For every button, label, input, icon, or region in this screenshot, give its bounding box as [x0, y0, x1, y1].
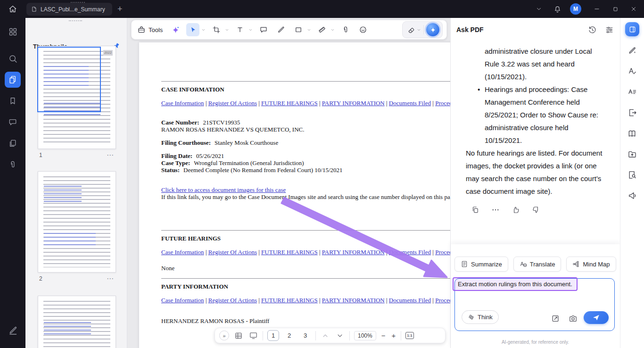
- zoom-in-button[interactable]: +: [390, 331, 396, 340]
- doc-nav-link[interactable]: Case Information: [161, 249, 204, 256]
- signature-button[interactable]: [5, 322, 21, 338]
- crop-tool-button[interactable]: [210, 23, 223, 36]
- compose-icon[interactable]: [551, 314, 560, 323]
- doc-nav-link[interactable]: FUTURE HEARINGS: [261, 297, 318, 304]
- chat-transcript[interactable]: administrative closure under Local Rule …: [466, 45, 607, 214]
- thumbs-down-button[interactable]: [531, 205, 540, 214]
- apps-grid-button[interactable]: [5, 24, 21, 40]
- thumbnail-page-3[interactable]: [38, 296, 116, 348]
- home-button[interactable]: [7, 3, 19, 15]
- pages-button[interactable]: [5, 135, 21, 151]
- text-tool-button[interactable]: [233, 23, 247, 36]
- reader-mode-button[interactable]: [626, 127, 639, 140]
- pdf-page[interactable]: CASE INFORMATION Case Information | Regi…: [139, 42, 450, 348]
- chevron-down-icon[interactable]: [225, 28, 229, 32]
- ai-assistant-panel-button[interactable]: [625, 22, 639, 36]
- sticker-tool-button[interactable]: [356, 23, 370, 36]
- doc-nav-link[interactable]: Proceedings Held: [435, 99, 450, 107]
- chat-input-text[interactable]: Extract motion rulings from this documen…: [458, 281, 572, 288]
- ai-assistant-tool-button[interactable]: [426, 23, 439, 36]
- organize-pages-button[interactable]: [626, 148, 639, 161]
- page-more-button[interactable]: ⋯: [107, 151, 114, 159]
- export-button[interactable]: [626, 106, 639, 119]
- page-button-3[interactable]: 3: [299, 330, 311, 341]
- doc-nav-link[interactable]: Proceedings Held: [435, 297, 450, 304]
- feedback-button[interactable]: [626, 189, 639, 202]
- summarize-chip[interactable]: Summarize: [454, 257, 508, 272]
- next-page-button[interactable]: [335, 331, 345, 341]
- user-avatar[interactable]: M: [570, 3, 581, 15]
- mind-map-chip[interactable]: Mind Map: [566, 257, 616, 272]
- notifications-button[interactable]: [552, 3, 563, 15]
- bookmarks-button[interactable]: [5, 93, 21, 109]
- doc-nav-link[interactable]: PARTY INFORMATION: [322, 249, 385, 256]
- doc-nav-link[interactable]: Proceedings Held: [435, 249, 450, 256]
- doc-nav-link[interactable]: Documents Filed: [389, 99, 431, 107]
- zoom-out-button[interactable]: −: [380, 331, 387, 340]
- viewport-indicator[interactable]: [37, 47, 101, 112]
- chevron-down-icon[interactable]: [248, 28, 253, 32]
- chevron-down-icon[interactable]: [201, 28, 206, 32]
- page-display-button[interactable]: [248, 331, 258, 341]
- thumbnail-page-2[interactable]: [38, 171, 116, 273]
- expand-bar-button[interactable]: »: [219, 331, 229, 340]
- chat-history-button[interactable]: [587, 25, 597, 35]
- document-tab[interactable]: LASC_Publ...e_Summary: [26, 3, 112, 16]
- panel-resize-handle[interactable]: [69, 20, 82, 21]
- thumbnail-page-1[interactable]: 2022: [38, 46, 116, 149]
- zoom-level-select[interactable]: 100%: [354, 331, 376, 340]
- search-document-button[interactable]: [626, 168, 639, 182]
- minimize-button[interactable]: [591, 3, 603, 15]
- tab-drag-handle[interactable]: [71, 2, 85, 3]
- comments-button[interactable]: [5, 114, 21, 130]
- thumbs-up-button[interactable]: [511, 205, 520, 214]
- pen-tool-button[interactable]: [274, 23, 288, 36]
- select-tool-button[interactable]: [186, 23, 199, 36]
- translate-chip[interactable]: Translate: [513, 257, 561, 272]
- measure-tool-button[interactable]: [315, 23, 329, 36]
- text-edit-button[interactable]: [626, 65, 639, 78]
- maximize-button[interactable]: [610, 3, 621, 15]
- attach-tool-button[interactable]: [339, 23, 352, 36]
- page-more-button[interactable]: ⋯: [107, 274, 114, 283]
- chevron-down-icon[interactable]: [330, 28, 335, 32]
- tools-button[interactable]: Tools: [135, 25, 165, 34]
- screenshot-camera-icon[interactable]: [569, 314, 578, 323]
- doc-nav-link[interactable]: Documents Filed: [389, 297, 431, 304]
- doc-nav-link[interactable]: Case Information: [161, 99, 204, 107]
- ai-sparkle-button[interactable]: [169, 23, 182, 36]
- chat-input-box[interactable]: Extract motion rulings from this documen…: [454, 278, 615, 331]
- actual-size-button[interactable]: 1:1: [405, 332, 414, 339]
- chat-settings-button[interactable]: [604, 25, 614, 35]
- search-button[interactable]: [5, 50, 21, 66]
- think-toggle[interactable]: Think: [462, 310, 499, 324]
- shapes-tool-button[interactable]: [292, 23, 305, 36]
- contents-view-button[interactable]: [233, 331, 244, 341]
- doc-nav-link[interactable]: PARTY INFORMATION: [322, 99, 385, 107]
- thumbnails-panel-button[interactable]: [5, 72, 21, 88]
- document-images-link[interactable]: Click here to access document images for…: [161, 186, 286, 193]
- new-tab-button[interactable]: +: [117, 2, 123, 16]
- doc-nav-link[interactable]: PARTY INFORMATION: [322, 297, 385, 304]
- chevron-down-icon[interactable]: [307, 28, 311, 32]
- tab-list-button[interactable]: [533, 3, 545, 15]
- page-button-2[interactable]: 2: [283, 330, 295, 341]
- more-actions-button[interactable]: [491, 205, 500, 214]
- doc-nav-link[interactable]: Register Of Actions: [208, 249, 257, 256]
- attachments-button[interactable]: [5, 157, 21, 173]
- redact-tool-button[interactable]: [405, 24, 417, 35]
- chevron-down-icon[interactable]: [417, 28, 421, 32]
- doc-nav-link[interactable]: Case Information: [161, 297, 204, 304]
- send-button[interactable]: [584, 311, 609, 324]
- ocr-button[interactable]: [626, 85, 639, 99]
- doc-nav-link[interactable]: Documents Filed: [389, 249, 431, 256]
- doc-nav-link[interactable]: FUTURE HEARINGS: [261, 249, 318, 256]
- doc-nav-link[interactable]: Register Of Actions: [208, 297, 257, 304]
- ai-edit-button[interactable]: [626, 44, 639, 57]
- comment-tool-button[interactable]: [257, 23, 270, 36]
- previous-page-button[interactable]: [320, 331, 330, 341]
- doc-nav-link[interactable]: FUTURE HEARINGS: [261, 99, 318, 107]
- doc-nav-link[interactable]: Register Of Actions: [208, 99, 257, 107]
- copy-response-button[interactable]: [471, 205, 479, 214]
- page-button-1[interactable]: 1: [267, 330, 279, 341]
